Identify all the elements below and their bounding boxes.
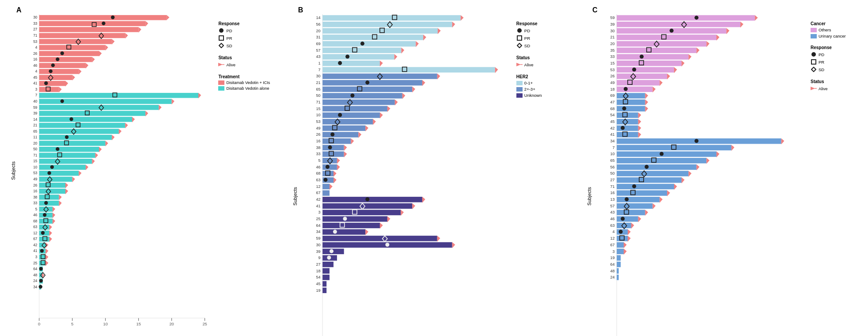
svg-text:30: 30 — [610, 29, 615, 33]
alive-marker — [416, 41, 419, 47]
legend-b-status-title: Status — [516, 55, 569, 60]
pd-marker — [47, 171, 51, 175]
pd-icon — [218, 27, 224, 34]
legend-c: Cancer Others Urinary cancer Response PD… — [808, 4, 866, 332]
svg-text:4: 4 — [613, 230, 615, 234]
b-pd-icon — [516, 27, 523, 34]
others-label: Others — [819, 27, 831, 32]
svg-text:16: 16 — [33, 57, 38, 61]
pd-marker — [619, 230, 623, 234]
pd-marker — [640, 54, 644, 58]
alive-marker — [365, 229, 368, 235]
svg-text:7: 7 — [35, 93, 38, 97]
alive-marker — [65, 189, 68, 194]
b-sd-label: SD — [524, 43, 530, 48]
bar — [322, 87, 412, 92]
svg-text:15: 15 — [136, 322, 140, 326]
svg-text:10: 10 — [33, 165, 38, 169]
pd-marker — [49, 69, 53, 73]
bar — [617, 15, 755, 20]
bar — [39, 171, 79, 176]
pd-marker — [41, 231, 45, 235]
treatment-alone-color — [218, 86, 224, 91]
panel-c-chart: 0 5 10 15 20 25 59 — [597, 14, 806, 336]
bar — [322, 61, 380, 66]
alive-marker — [652, 87, 656, 93]
alive-marker — [99, 51, 102, 56]
alive-marker — [95, 153, 98, 158]
bar — [617, 164, 697, 170]
svg-text:9: 9 — [318, 256, 320, 260]
alive-marker — [159, 105, 161, 110]
svg-text:27: 27 — [610, 178, 615, 182]
bar — [39, 153, 95, 158]
svg-text:19: 19 — [610, 256, 615, 260]
bar — [322, 119, 373, 124]
svg-text:30: 30 — [33, 15, 38, 19]
pr-label: PR — [226, 36, 232, 41]
svg-text:34: 34 — [610, 139, 615, 143]
pd-marker — [365, 197, 369, 201]
pd-marker — [338, 113, 342, 117]
alive-marker — [401, 48, 404, 54]
svg-marker-63 — [219, 43, 224, 48]
pd-marker — [39, 285, 42, 288]
svg-text:27: 27 — [33, 27, 38, 31]
bar — [617, 87, 652, 92]
svg-text:3: 3 — [613, 249, 615, 254]
alive-marker — [334, 177, 337, 183]
legend-c-status-title: Status — [811, 79, 864, 84]
alive-marker — [358, 132, 361, 138]
bar — [322, 99, 395, 105]
pd-marker — [328, 145, 332, 149]
pd-marker — [69, 117, 73, 121]
alive-marker — [145, 21, 148, 27]
alive-marker — [631, 223, 634, 229]
panel-a: A Subjects 0 5 10 15 20 — [2, 4, 277, 332]
bar — [39, 93, 198, 98]
svg-text:26: 26 — [610, 74, 615, 78]
svg-text:63: 63 — [33, 225, 38, 229]
svg-text:14: 14 — [316, 15, 320, 20]
pd-marker — [360, 42, 364, 46]
bar — [617, 268, 619, 274]
alive-marker — [387, 106, 390, 112]
panel-b: B Subjects 0 5 10 15 20 — [284, 4, 572, 332]
alive-icon — [218, 61, 224, 68]
svg-text:12: 12 — [316, 184, 320, 189]
svg-text:57: 57 — [610, 204, 615, 208]
svg-text:41: 41 — [33, 248, 38, 253]
svg-text:49: 49 — [316, 126, 320, 130]
bar — [39, 201, 59, 206]
bar — [617, 248, 624, 254]
svg-text:13: 13 — [610, 197, 615, 202]
pd-marker — [111, 15, 114, 19]
alive-marker — [53, 213, 55, 218]
panel-a-label: A — [16, 6, 22, 14]
her2-mid-label: 2+-3+ — [524, 87, 535, 92]
pd-marker — [323, 178, 327, 182]
bar — [617, 158, 706, 163]
alive-marker — [106, 141, 108, 146]
svg-text:53: 53 — [33, 39, 38, 44]
alive-marker — [402, 93, 406, 99]
svg-text:4: 4 — [35, 69, 38, 73]
panel-b-label: B — [298, 6, 303, 14]
alive-marker — [638, 126, 641, 132]
svg-text:26: 26 — [33, 183, 38, 187]
legend-c-pd: PD — [811, 51, 864, 57]
pd-marker — [385, 243, 389, 247]
pd-marker — [50, 165, 54, 169]
bar — [617, 242, 624, 248]
bar — [322, 67, 495, 73]
panel-b-chart: 0 5 10 15 20 25 1 — [303, 14, 512, 336]
svg-marker-126 — [517, 43, 522, 48]
alive-marker — [380, 61, 383, 67]
b-pd-label: PD — [524, 28, 530, 33]
svg-text:39: 39 — [33, 111, 38, 115]
pd-marker — [39, 267, 43, 271]
alive-marker — [49, 237, 52, 242]
bar — [322, 73, 437, 79]
legend-a: Response PD PR SD Status Alive Treatment — [216, 4, 277, 332]
alive-marker — [59, 87, 61, 92]
